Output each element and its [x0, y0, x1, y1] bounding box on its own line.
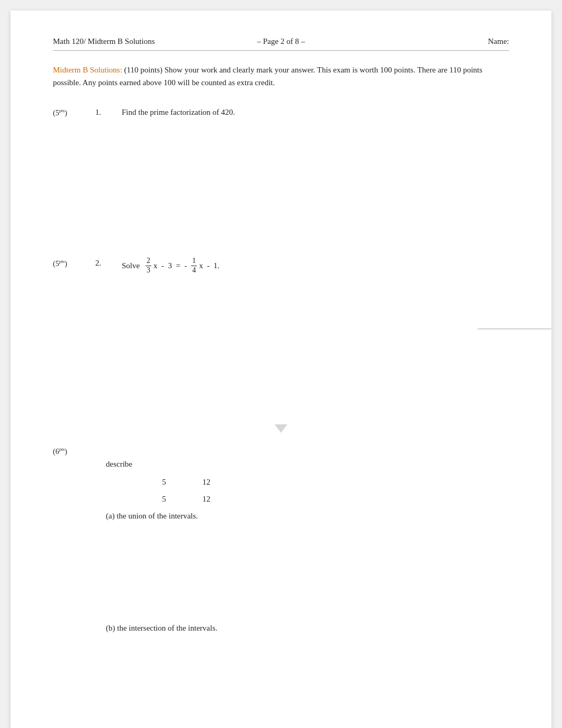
- intro-block: Midterm B Solutions: (110 points) Show y…: [53, 63, 509, 89]
- name-label: Name:: [488, 37, 509, 46]
- problem-2-workspace: [53, 275, 509, 392]
- tooltip-arrow-icon: [275, 424, 287, 433]
- equation-part-2: x - 1.: [199, 259, 220, 272]
- problem-3-points: (6pts): [53, 444, 85, 458]
- interval-row-2: 5 12: [159, 493, 509, 505]
- describe-label: describe: [106, 460, 132, 468]
- page-indicator: – Page 2 of 8 –: [257, 37, 305, 46]
- interval-table: 5 12 5 12: [159, 476, 509, 505]
- interval-1-num1: 5: [159, 476, 169, 488]
- course-title: Math 120/ Midterm B Solutions: [53, 37, 155, 46]
- problem-2: (5pts) 2. Solve 2 3 x - 3 = - 1 4 x - 1.: [53, 257, 509, 392]
- problem-2-content: Solve 2 3 x - 3 = - 1 4 x - 1.: [122, 257, 509, 275]
- header-center: – Page 2 of 8 –: [205, 37, 357, 46]
- header-left: Math 120/ Midterm B Solutions: [53, 37, 205, 46]
- problem-2-points: (5pts): [53, 257, 85, 270]
- interval-1-num2: 12: [201, 476, 212, 488]
- exam-page: Math 120/ Midterm B Solutions – Page 2 o…: [11, 11, 551, 728]
- problem-1: (5pts) 1. Find the prime factorization o…: [53, 106, 509, 235]
- equation-part-1: x - 3 = -: [153, 259, 189, 272]
- problem-1-row: (5pts) 1. Find the prime factorization o…: [53, 106, 509, 119]
- interval-row-1: 5 12: [159, 476, 509, 488]
- problem-2-row: (5pts) 2. Solve 2 3 x - 3 = - 1 4 x - 1.: [53, 257, 509, 275]
- sub-a-workspace: [53, 526, 509, 622]
- interval-2-num1: 5: [159, 493, 169, 505]
- sub-b-workspace: [53, 639, 509, 728]
- sub-b-label: (b) the intersection of the intervals.: [106, 624, 217, 632]
- header-right: Name:: [357, 37, 509, 46]
- sub-problem-a: (a) the union of the intervals.: [106, 509, 509, 522]
- problem-2-number: 2.: [95, 257, 111, 269]
- sub-a-label: (a) the union of the intervals.: [106, 512, 198, 520]
- describe-block: describe: [106, 458, 509, 470]
- page-header: Math 120/ Midterm B Solutions – Page 2 o…: [53, 37, 509, 51]
- scrollbar-hint[interactable]: [477, 328, 551, 330]
- problem-1-points: (5pts): [53, 106, 85, 119]
- problem-3-row: (6pts): [53, 444, 509, 458]
- fraction-2-3: 2 3: [146, 257, 151, 275]
- problem-1-number: 1.: [95, 106, 111, 119]
- problem-1-content: Find the prime factorization of 420.: [122, 106, 509, 119]
- fraction-1-4: 1 4: [191, 257, 197, 275]
- interval-2-num2: 12: [201, 493, 212, 505]
- intro-title: Midterm B Solutions:: [53, 66, 122, 74]
- equation-line: Solve 2 3 x - 3 = - 1 4 x - 1.: [122, 257, 509, 275]
- divider-area: [53, 413, 509, 444]
- problem-3: (6pts) describe 5 12 5 12 (a) the union …: [53, 444, 509, 728]
- solve-label: Solve: [122, 259, 140, 272]
- problem-1-workspace: [53, 119, 509, 235]
- sub-problem-b: (b) the intersection of the intervals.: [106, 622, 509, 634]
